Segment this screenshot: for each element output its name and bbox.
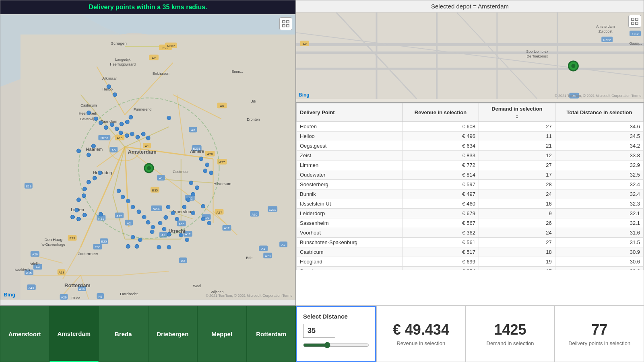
svg-rect-253 [632, 18, 634, 21]
cell-delivery-point: Leiderdorp [297, 209, 402, 218]
svg-text:A10: A10 [117, 136, 123, 140]
svg-text:Dordrecht: Dordrecht [120, 292, 138, 296]
table-row[interactable]: Limmen € 772 27 32.9 [297, 160, 644, 170]
svg-point-183 [74, 208, 78, 212]
svg-point-203 [171, 211, 175, 215]
table-row[interactable]: Castricum € 517 18 30.9 [297, 247, 644, 257]
svg-text:A15: A15 [29, 286, 35, 290]
svg-text:A30: A30 [179, 222, 185, 226]
cell-delivery-point: Heiloo [297, 132, 402, 141]
cell-distance: 32.9 [555, 160, 643, 170]
svg-point-152 [107, 84, 111, 88]
depot-button-breda[interactable]: Breda [99, 306, 148, 362]
svg-text:s112: s112 [632, 32, 639, 36]
svg-rect-224 [287, 21, 289, 23]
table-row[interactable]: Bunnik € 497 24 32.4 [297, 189, 644, 199]
cell-delivery-point: Limmen [297, 160, 402, 170]
svg-text:Zoetermeer: Zoetermeer [78, 251, 99, 256]
cell-delivery-point: IJsselstein Ut [297, 199, 402, 209]
depot-buttons-container: AmersfoortAmsterdamBredaDriebergenMeppel… [0, 306, 296, 362]
svg-text:Dronten: Dronten [247, 117, 260, 121]
svg-text:Gaasj...: Gaasj... [630, 41, 642, 45]
svg-point-204 [164, 216, 168, 220]
expand-left-map-button[interactable] [279, 17, 292, 30]
svg-text:Alkmaar: Alkmaar [102, 76, 117, 80]
svg-text:Beverwijk: Beverwijk [80, 117, 96, 121]
svg-text:A2: A2 [181, 259, 185, 263]
svg-point-209 [179, 233, 183, 237]
table-row[interactable]: Heiloo € 496 11 34.5 [297, 132, 644, 141]
table-row[interactable]: Oudewater € 814 17 32.5 [297, 170, 644, 180]
svg-text:A5: A5 [111, 148, 116, 152]
left-map-container[interactable]: E22 A7 N307 A6 A10 A5 A1 A1 E35 N11 [0, 14, 295, 300]
svg-text:E35: E35 [152, 189, 158, 192]
svg-point-196 [150, 230, 154, 234]
depot-button-amersfoort[interactable]: Amersfoort [0, 306, 50, 362]
col-header-delivery-point[interactable]: Delivery Point [297, 103, 402, 122]
bing-watermark-right: Bing [299, 92, 310, 98]
svg-point-205 [175, 217, 179, 221]
cell-delivery-point: Sassenheim [297, 218, 402, 228]
cell-demand: 27 [479, 160, 555, 170]
svg-text:De Toekomst: De Toekomst [527, 54, 548, 58]
col-header-distance[interactable]: Total Distance in selection [555, 103, 643, 122]
svg-point-193 [142, 215, 146, 219]
col-header-demand[interactable]: Demand in selection ▲ ▼ [479, 103, 555, 122]
cell-demand: 21 [479, 141, 555, 151]
svg-text:E232: E232 [269, 208, 277, 212]
table-row[interactable]: Hoogland € 699 19 30.6 [297, 257, 644, 267]
cell-revenue: € 561 [402, 238, 479, 247]
cell-demand: 27 [479, 238, 555, 247]
table-row[interactable]: Zeist € 833 12 33.8 [297, 151, 644, 160]
svg-text:Amsterdam: Amsterdam [596, 25, 615, 29]
svg-point-180 [83, 187, 87, 191]
svg-text:A30: A30 [252, 213, 258, 216]
svg-point-190 [126, 199, 130, 203]
expand-right-map-button[interactable] [628, 15, 641, 28]
svg-text:Heerhugowaard: Heerhugowaard [110, 62, 136, 66]
svg-text:A27: A27 [219, 160, 225, 164]
distance-slider[interactable] [303, 342, 369, 348]
svg-text:Schagen: Schagen [111, 41, 127, 45]
svg-text:Emm...: Emm... [231, 70, 243, 74]
copyright-right: © 2021 TomTom, © 2021 Microsoft Corporat… [555, 94, 641, 98]
cell-revenue: € 699 [402, 257, 479, 267]
distance-selector[interactable]: Select Distance 35 [296, 306, 376, 362]
svg-text:Amsterdam: Amsterdam [128, 149, 156, 155]
table-row[interactable]: IJsselstein Ut € 460 16 32.3 [297, 199, 644, 209]
svg-point-252 [571, 64, 575, 68]
cell-demand: 18 [479, 247, 555, 257]
table-row[interactable]: Oegstgeest € 634 21 34.2 [297, 141, 644, 151]
table-row[interactable]: Soest € 374 17 30.6 [297, 267, 644, 270]
svg-point-213 [201, 217, 205, 221]
depot-button-meppel[interactable]: Meppel [197, 306, 247, 362]
table-scroll-area[interactable]: Delivery Point Revenue in selection Dema… [296, 103, 644, 270]
table-row[interactable]: Leiderdorp € 679 9 32.1 [297, 209, 644, 218]
col-header-revenue[interactable]: Revenue in selection [402, 103, 479, 122]
svg-text:N230: N230 [153, 207, 161, 211]
svg-point-218 [135, 244, 139, 248]
table-row[interactable]: Sassenheim € 567 26 32.1 [297, 218, 644, 228]
depot-button-rotterdam[interactable]: Rotterdam [247, 306, 296, 362]
cell-demand: 12 [479, 151, 555, 160]
svg-point-156 [99, 121, 103, 125]
svg-text:Waal: Waal [193, 284, 201, 288]
table-row[interactable]: Houten € 608 27 34.6 [297, 122, 644, 132]
svg-point-174 [205, 163, 209, 167]
depot-button-amsterdam[interactable]: Amsterdam [50, 306, 99, 362]
table-row[interactable]: Voorhout € 362 24 31.6 [297, 228, 644, 238]
depot-button-driebergen[interactable]: Driebergen [148, 306, 198, 362]
svg-point-186 [83, 213, 87, 217]
svg-text:Naaldwijk: Naaldwijk [15, 268, 31, 272]
right-map-svg: A2 A9 s112 N522 Amsterdam Zuidoost Sport… [296, 12, 644, 99]
svg-rect-225 [283, 25, 285, 27]
svg-point-170 [76, 149, 80, 153]
svg-text:E19: E19 [26, 185, 32, 188]
table-row[interactable]: Soesterberg € 597 28 32.4 [297, 180, 644, 189]
svg-text:A12: A12 [116, 214, 122, 218]
cell-revenue: € 597 [402, 180, 479, 189]
cell-delivery-point: Houten [297, 122, 402, 132]
table-row[interactable]: Bunschoten-Spakenburg € 561 27 31.5 [297, 238, 644, 247]
svg-point-220 [167, 245, 171, 249]
svg-point-222 [147, 166, 151, 170]
